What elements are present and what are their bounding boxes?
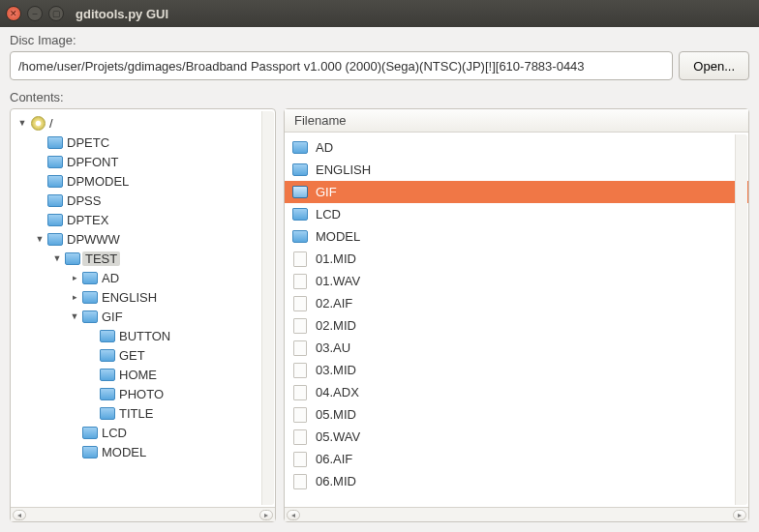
- list-item-label: 05.MID: [316, 407, 356, 422]
- file-icon: [292, 474, 308, 489]
- window-minimize-button[interactable]: –: [27, 6, 43, 21]
- list-item[interactable]: 03.MID: [285, 359, 748, 381]
- chevron-right-icon[interactable]: ▸: [69, 272, 80, 283]
- tree-item-dpwww[interactable]: ▼DPWWW: [32, 229, 275, 249]
- folder-icon: [292, 185, 308, 200]
- list-item-label: AD: [316, 140, 333, 155]
- chevron-down-icon[interactable]: ▼: [51, 252, 63, 264]
- tree-item-test[interactable]: ▼TEST: [49, 249, 275, 268]
- list-item[interactable]: 02.MID: [285, 314, 748, 337]
- tree-item-dpss[interactable]: DPSS: [32, 191, 275, 210]
- file-icon: [292, 296, 308, 311]
- disc-image-path-input[interactable]: [10, 51, 673, 80]
- list-item[interactable]: 02.AIF: [285, 292, 748, 314]
- list-item[interactable]: 01.MID: [285, 248, 748, 270]
- list-item[interactable]: GIF: [285, 181, 748, 203]
- file-icon: [292, 251, 308, 267]
- filelist-vscrollbar[interactable]: [735, 134, 747, 505]
- folder-icon: [292, 229, 308, 245]
- filelist-pane: Filename ADENGLISHGIFLCDMODEL01.MID01.WA…: [284, 108, 749, 522]
- folder-icon: [47, 212, 63, 227]
- tree-item-dpmodel[interactable]: DPMODEL: [32, 171, 275, 191]
- file-icon: [292, 452, 308, 467]
- tree-item-ad[interactable]: ▸AD: [67, 268, 275, 287]
- folder-icon: [82, 289, 98, 305]
- folder-icon: [100, 386, 115, 401]
- folder-icon: [100, 328, 115, 343]
- folder-icon: [100, 367, 115, 382]
- list-item[interactable]: AD: [285, 136, 748, 159]
- folder-icon: [82, 270, 98, 285]
- file-icon: [292, 407, 308, 423]
- list-item[interactable]: MODEL: [285, 225, 748, 248]
- folder-icon: [82, 309, 98, 324]
- folder-icon: [82, 444, 98, 459]
- chevron-down-icon[interactable]: ▼: [16, 117, 28, 129]
- folder-icon: [47, 134, 63, 150]
- tree-body[interactable]: ▼ / DPETC DPFONT DPMODEL DPSS DPTEX ▼DPW…: [11, 109, 275, 507]
- folder-icon: [47, 192, 63, 208]
- folder-icon: [292, 163, 308, 178]
- tree-item-button[interactable]: BUTTON: [84, 326, 275, 345]
- tree-item-model[interactable]: MODEL: [67, 442, 275, 461]
- window-title: gditools.py GUI: [76, 7, 168, 21]
- file-icon: [292, 429, 308, 445]
- tree-item-dptex[interactable]: DPTEX: [32, 210, 275, 229]
- scroll-left-icon[interactable]: ◂: [13, 510, 26, 520]
- contents-label: Contents:: [10, 90, 749, 104]
- list-item[interactable]: 01.WAV: [285, 270, 748, 292]
- window-titlebar: ✕ – ▢ gditools.py GUI: [0, 0, 759, 27]
- list-item[interactable]: 05.WAV: [285, 426, 748, 448]
- list-item-label: LCD: [316, 207, 341, 222]
- list-item-label: 06.AIF: [316, 452, 352, 466]
- list-item-label: 02.MID: [316, 318, 356, 333]
- tree-item-title[interactable]: TITLE: [84, 403, 275, 423]
- tree-item-lcd[interactable]: LCD: [67, 423, 275, 442]
- list-item[interactable]: 06.AIF: [285, 448, 748, 470]
- list-item-label: ENGLISH: [316, 163, 371, 177]
- chevron-down-icon[interactable]: ▼: [34, 233, 46, 245]
- window-close-button[interactable]: ✕: [6, 6, 21, 21]
- list-item-label: MODEL: [316, 229, 360, 244]
- tree-item-dpfont[interactable]: DPFONT: [32, 152, 275, 171]
- list-item-label: 03.MID: [316, 363, 356, 377]
- filelist-hscrollbar[interactable]: ◂ ▸: [285, 507, 748, 521]
- list-item[interactable]: 03.AU: [285, 337, 748, 359]
- tree-item-dpetc[interactable]: DPETC: [32, 133, 275, 152]
- folder-icon: [292, 207, 308, 222]
- list-item[interactable]: 05.MID: [285, 403, 748, 426]
- scroll-left-icon[interactable]: ◂: [287, 510, 300, 520]
- tree-root[interactable]: ▼ /: [15, 113, 275, 133]
- list-item-label: GIF: [316, 185, 337, 199]
- scroll-right-icon[interactable]: ▸: [733, 510, 746, 520]
- list-item[interactable]: 06.MID: [285, 470, 748, 492]
- chevron-right-icon[interactable]: ▸: [69, 291, 80, 303]
- list-item[interactable]: ENGLISH: [285, 159, 748, 181]
- window-maximize-button[interactable]: ▢: [48, 6, 64, 21]
- folder-icon: [47, 173, 63, 189]
- folder-icon: [47, 154, 63, 169]
- filelist-header[interactable]: Filename: [285, 109, 748, 133]
- list-item[interactable]: 04.ADX: [285, 381, 748, 403]
- list-item-label: 04.ADX: [316, 385, 359, 399]
- file-icon: [292, 385, 308, 400]
- tree-item-gif[interactable]: ▼GIF: [67, 307, 275, 326]
- list-item-label: 03.AU: [316, 340, 350, 355]
- filelist-body[interactable]: ADENGLISHGIFLCDMODEL01.MID01.WAV02.AIF02…: [285, 133, 748, 507]
- scroll-right-icon[interactable]: ▸: [259, 510, 273, 520]
- list-item-label: 01.WAV: [316, 274, 360, 288]
- tree-item-home[interactable]: HOME: [84, 365, 275, 384]
- tree-item-photo[interactable]: PHOTO: [84, 384, 275, 403]
- disc-icon: [30, 115, 46, 131]
- tree-item-english[interactable]: ▸ENGLISH: [67, 287, 275, 307]
- list-item[interactable]: LCD: [285, 203, 748, 225]
- tree-item-get[interactable]: GET: [84, 345, 275, 365]
- folder-icon: [100, 405, 115, 421]
- open-button[interactable]: Open...: [679, 51, 749, 80]
- chevron-down-icon[interactable]: ▼: [69, 310, 80, 322]
- file-icon: [292, 363, 308, 378]
- folder-icon: [47, 231, 63, 247]
- file-icon: [292, 340, 308, 356]
- folder-icon: [292, 140, 308, 156]
- tree-hscrollbar[interactable]: ◂ ▸: [11, 507, 275, 521]
